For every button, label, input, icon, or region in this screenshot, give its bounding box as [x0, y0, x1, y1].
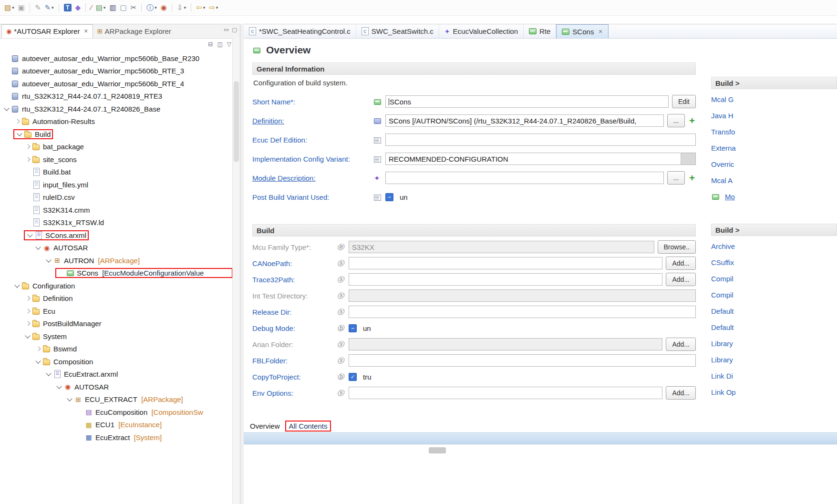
- editor-tab-scons[interactable]: SCons✕: [556, 24, 608, 38]
- outline-link-link-op[interactable]: Link Op: [711, 384, 837, 400]
- edit-button[interactable]: ✎▾: [43, 3, 55, 12]
- down-arrow-button[interactable]: ⇩▾: [176, 3, 187, 12]
- chevron-expanded-icon[interactable]: [34, 244, 42, 252]
- tree-item-postbuildmanager[interactable]: PostBuildManager: [0, 318, 233, 330]
- tree-item-autron[interactable]: ⊞AUTRON [ARPackage]: [0, 254, 233, 267]
- text-tool-button[interactable]: T: [62, 3, 73, 12]
- outline-link-mcal-g[interactable]: Mcal G: [711, 91, 837, 107]
- outline-link-link-di[interactable]: Link Di: [711, 368, 837, 384]
- page-tab-overview[interactable]: Overview: [247, 421, 283, 431]
- editor-tab-ecucvaluecollection[interactable]: ✦EcucValueCollection: [439, 24, 524, 38]
- tree-item-bat-package[interactable]: bat_package: [0, 141, 233, 154]
- text-input-arian-folder[interactable]: [349, 338, 662, 350]
- tree-item-autosar[interactable]: ◉AUTOSAR: [0, 242, 233, 255]
- chevron-collapsed-icon[interactable]: [34, 345, 42, 353]
- chevron-expanded-icon[interactable]: [24, 332, 32, 340]
- add-button[interactable]: Add...: [666, 257, 696, 270]
- checkbox-indeterminate-icon[interactable]: –: [349, 324, 357, 332]
- back-button[interactable]: ⇦▾: [195, 3, 207, 12]
- tree-item-ecucomposition[interactable]: ▤EcuComposition [CompositionSw: [0, 406, 233, 419]
- outline-link-csuffix[interactable]: CSuffix: [711, 254, 837, 270]
- chevron-collapsed-icon[interactable]: [13, 117, 21, 125]
- chevron-expanded-icon[interactable]: [16, 130, 24, 138]
- tree-item-scons-arxml[interactable]: SCons.arxml: [0, 229, 233, 242]
- item-button[interactable]: ...: [667, 114, 685, 127]
- checkbox-indeterminate-icon[interactable]: –: [385, 193, 393, 201]
- cut-button[interactable]: ✂: [129, 3, 138, 12]
- text-input-mcu-family-type[interactable]: S32KX: [349, 241, 654, 253]
- forward-button[interactable]: ⇨▾: [207, 3, 219, 12]
- library-button[interactable]: ▥: [108, 3, 117, 12]
- maximize-button[interactable]: ▢: [232, 27, 237, 33]
- outline-link-compil[interactable]: Compil: [711, 270, 837, 287]
- tree-item-autosar[interactable]: ◉AUTOSAR: [0, 381, 233, 393]
- editor-tab-swc-seatheatingcontrol-c[interactable]: c*SWC_SeatHeatingControl.c: [244, 24, 356, 38]
- outline-link-default[interactable]: Default: [711, 303, 837, 319]
- tree-item-site-scons[interactable]: site_scons: [0, 153, 233, 166]
- chevron-collapsed-icon[interactable]: [24, 307, 32, 315]
- scrollbar-thumb[interactable]: [234, 81, 239, 162]
- editor-tab-rte[interactable]: Rte: [524, 24, 556, 38]
- horizontal-scroll-thumb[interactable]: [429, 447, 446, 453]
- chevron-collapsed-icon[interactable]: [24, 319, 32, 328]
- add-plus-button[interactable]: +: [688, 173, 696, 183]
- tree-item-s32k314-cmm[interactable]: S32K314.cmm: [0, 204, 233, 216]
- text-input-env-options[interactable]: [349, 387, 662, 399]
- tree-item-ecu1[interactable]: ▦ECU1 [EcuInstance]: [0, 419, 233, 432]
- add-button[interactable]: Add...: [666, 338, 696, 351]
- image-button[interactable]: ▤▾: [94, 3, 107, 12]
- text-input-release-dir[interactable]: [349, 306, 696, 318]
- outline-link-default[interactable]: Default: [711, 319, 837, 335]
- explorer-scrollbar[interactable]: [232, 38, 240, 504]
- tree-item-rtu-s32k312-r44-24-07-1-r240826-base[interactable]: rtu_S32K312_R44-24.07.1_R240826_Base: [0, 103, 233, 115]
- outline-link-overric[interactable]: Overric: [711, 156, 837, 172]
- tree-item-ecuextract-arxml[interactable]: EcuExtract.arxml: [0, 368, 233, 381]
- chevron-expanded-icon[interactable]: [26, 231, 34, 239]
- outline-link-externa[interactable]: Externa: [711, 140, 837, 156]
- field-label-definition[interactable]: Definition:: [252, 117, 374, 125]
- add-plus-button[interactable]: +: [688, 116, 696, 125]
- chevron-expanded-icon[interactable]: [55, 383, 63, 391]
- outline-link-library[interactable]: Library: [711, 335, 837, 351]
- input-endcap[interactable]: [681, 153, 695, 165]
- outline-link-archive[interactable]: Archive: [711, 238, 837, 254]
- outline-link-java-h[interactable]: Java H: [711, 107, 837, 123]
- text-input-module-description[interactable]: [385, 172, 664, 184]
- tree-item-autoever-autosar-edu-warrior-mpc5606b-rte-4[interactable]: autoever_autosar_edu_Warrior_mpc5606b_RT…: [0, 77, 233, 90]
- text-input-ecuc-def-edition[interactable]: [385, 134, 696, 146]
- text-input-short-name[interactable]: SCons: [385, 95, 669, 108]
- chevron-expanded-icon[interactable]: [34, 358, 42, 366]
- chevron-expanded-icon[interactable]: [45, 257, 53, 265]
- text-input-definition[interactable]: SCons [/AUTRON/SCons] (/rtu_S32K312_R44-…: [385, 114, 664, 127]
- add-button[interactable]: Add...: [666, 273, 696, 286]
- page-tab-all-contents[interactable]: All Contents: [285, 421, 331, 432]
- outline-link-library[interactable]: Library: [711, 351, 837, 368]
- tree-item-rtu-s32k312-r44-24-07-1-r240819-rte3[interactable]: rtu_S32K312_R44-24.07.1_R240819_RTE3: [0, 90, 233, 103]
- tree-item-ecuextract[interactable]: ▦EcuExtract [System]: [0, 431, 233, 444]
- editor-tab-swc-seatswitch-c[interactable]: cSWC_SeatSwitch.c: [356, 24, 439, 38]
- decorate-button[interactable]: ◆: [74, 3, 83, 12]
- text-input-int-test-directory[interactable]: [349, 289, 696, 302]
- tree-item-composition[interactable]: Composition: [0, 355, 233, 368]
- tree-item-scons[interactable]: SCons [EcucModuleConfigurationValue: [0, 267, 233, 280]
- tree-item-bswmd[interactable]: Bswmd: [0, 343, 233, 356]
- record-button[interactable]: ◉: [159, 3, 168, 12]
- tree-item-autoever-autosar-edu-warrior-mpc5606b-base-r230[interactable]: autoever_autosar_edu_Warrior_mpc5606b_Ba…: [0, 52, 233, 65]
- tree-item-autoever-autosar-edu-warrior-mpc5606b-rte-3[interactable]: autoever_autosar_edu_Warrior_mpc5606b_RT…: [0, 65, 233, 78]
- checkbox-checked-icon[interactable]: ✓: [349, 373, 357, 381]
- tree-item-ecu-extract[interactable]: ⊞ECU_EXTRACT [ARPackage]: [0, 393, 233, 406]
- tree-item-input-files-yml[interactable]: input_files.yml: [0, 178, 233, 191]
- view-tab-arpackage-explorer[interactable]: ⊞ARPackage Explorer: [93, 24, 176, 38]
- item-button[interactable]: ...: [667, 171, 685, 185]
- outline-link-transfo[interactable]: Transfo: [711, 123, 837, 140]
- text-input-canoepath[interactable]: [349, 257, 662, 269]
- text-input-trace32path[interactable]: [349, 273, 662, 286]
- tree-item-system[interactable]: System: [0, 330, 233, 343]
- tree-item-build-bat[interactable]: Build.bat: [0, 166, 233, 179]
- chevron-collapsed-icon[interactable]: [24, 294, 32, 302]
- info-button[interactable]: ⓘ▾: [145, 3, 158, 12]
- chevron-expanded-icon[interactable]: [45, 370, 53, 378]
- link-with-editor-button[interactable]: ◫: [217, 41, 222, 48]
- new-button[interactable]: ▨▾: [3, 3, 16, 12]
- edit-button[interactable]: Edit: [672, 95, 696, 108]
